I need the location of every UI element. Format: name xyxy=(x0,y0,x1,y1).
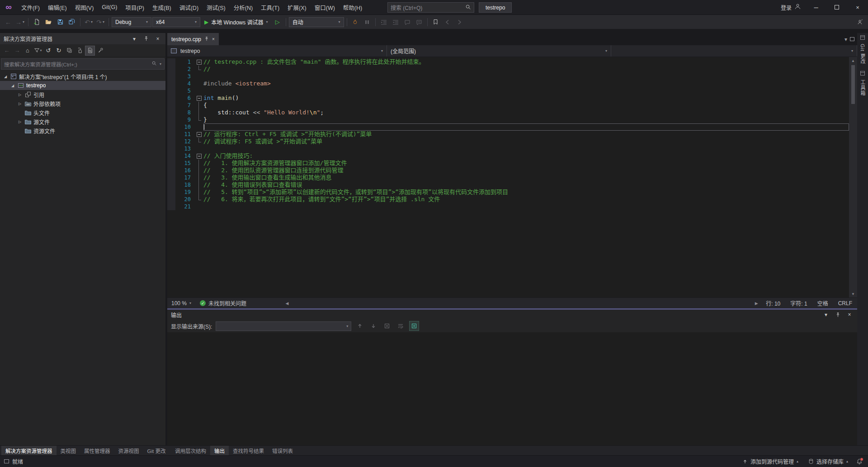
collapsed-arrow-icon[interactable]: ▷ xyxy=(17,120,23,124)
menu-item[interactable]: 编辑(E) xyxy=(44,0,71,14)
se-properties-icon[interactable] xyxy=(95,46,105,56)
word-wrap-icon[interactable] xyxy=(396,321,406,331)
float-window-icon[interactable] xyxy=(850,37,854,41)
document-health-indicator[interactable]: ✓ 未找到相关问题 xyxy=(195,299,251,307)
navigate-forward-button[interactable]: →▾ xyxy=(14,17,25,28)
global-search-box[interactable]: 搜索 (Ctrl+Q) xyxy=(387,2,474,13)
tree-item[interactable]: ▷源文件 xyxy=(0,117,165,126)
menu-item[interactable]: 窗口(W) xyxy=(311,0,339,14)
start-debugging-button[interactable]: ▶ 本地 Windows 调试器 ▾ xyxy=(201,17,271,28)
menu-item[interactable]: 测试(S) xyxy=(203,0,230,14)
outline-collapse-icon[interactable] xyxy=(195,58,203,66)
code-line[interactable]: 5 xyxy=(167,87,849,94)
tree-item[interactable]: ◢testrepo xyxy=(0,81,165,90)
minimize-button[interactable]: ─ xyxy=(806,0,826,14)
se-refresh-icon[interactable]: ↻ xyxy=(54,46,64,56)
se-home-icon[interactable]: ⌂ xyxy=(23,46,33,56)
new-file-button[interactable] xyxy=(31,17,42,28)
code-line[interactable]: 8 std::cout << "Hello World!\n"; xyxy=(167,109,849,116)
goto-next-message-icon[interactable] xyxy=(368,321,378,331)
code-line[interactable]: 13 xyxy=(167,145,849,152)
tool-window-tab[interactable]: 调用层次结构 xyxy=(171,446,210,455)
tool-window-tab[interactable]: 查找符号结果 xyxy=(229,446,268,455)
se-switch-views-icon[interactable]: ▾ xyxy=(33,46,43,56)
menu-item[interactable]: 扩展(X) xyxy=(283,0,311,14)
se-search-caret-icon[interactable]: ▾ xyxy=(160,62,161,66)
code-editor[interactable]: 1// testrepo.cpp : 此文件包含 "main" 函数。程序执行将… xyxy=(167,57,857,297)
code-line[interactable]: 4#include <iostream> xyxy=(167,80,849,87)
hot-reload-button[interactable] xyxy=(350,17,361,28)
previous-bookmark-button[interactable] xyxy=(442,17,453,28)
output-header[interactable]: 输出 ▾ × xyxy=(167,310,857,320)
visual-studio-logo-icon[interactable]: ∞ xyxy=(0,0,17,14)
solution-platform-dropdown[interactable]: x64▾ xyxy=(152,17,200,27)
select-repository-button[interactable]: 选择存储库 ▴ xyxy=(805,456,852,467)
undo-button[interactable]: ↶▾ xyxy=(83,17,94,28)
code-line[interactable]: 12// 调试程序: F5 或调试 >“开始调试”菜单 xyxy=(167,138,849,145)
indicator-margin[interactable] xyxy=(167,87,175,94)
indicator-margin[interactable] xyxy=(167,102,175,109)
code-line[interactable]: 20// 6. 将来，若要再次打开此项目，请转到“文件”>“打开”>“项目”并选… xyxy=(167,196,849,203)
spaces-indicator[interactable]: 空格 xyxy=(812,299,833,307)
code-line[interactable]: 2// xyxy=(167,66,849,73)
output-source-dropdown[interactable]: ▾ xyxy=(216,321,351,331)
navigate-backward-button[interactable]: ← xyxy=(3,17,14,28)
indicator-margin[interactable] xyxy=(167,174,175,181)
type-scope-dropdown[interactable]: (全局范围) ▾ xyxy=(387,45,611,57)
autoscroll-icon[interactable] xyxy=(409,321,419,331)
code-line[interactable]: 9} xyxy=(167,116,849,123)
start-without-debugging-button[interactable]: ▷ xyxy=(272,17,283,28)
tool-window-tab[interactable]: Git 更改 xyxy=(143,446,170,455)
tool-window-tab[interactable]: 解决方案资源管理器 xyxy=(1,446,57,455)
background-tasks-icon[interactable] xyxy=(4,459,9,463)
code-line[interactable]: 6int main() xyxy=(167,94,849,102)
auto-dropdown[interactable]: 自动▾ xyxy=(289,17,344,27)
se-sync-active-document-icon[interactable]: ↺ xyxy=(43,46,53,56)
indicator-margin[interactable] xyxy=(167,160,175,167)
menu-item[interactable]: 文件(F) xyxy=(17,0,44,14)
tool-window-tab[interactable]: 资源视图 xyxy=(114,446,143,455)
indent-button[interactable] xyxy=(378,17,389,28)
scroll-right-icon[interactable]: ▶ xyxy=(752,301,761,306)
open-file-button[interactable] xyxy=(43,17,54,28)
solution-configuration-dropdown[interactable]: Debug▾ xyxy=(112,17,151,27)
indicator-margin[interactable] xyxy=(167,167,175,174)
collapsed-arrow-icon[interactable]: ▷ xyxy=(17,102,23,106)
tool-window-tab[interactable]: 属性管理器 xyxy=(80,446,114,455)
project-scope-dropdown[interactable]: testrepo ▾ xyxy=(167,45,387,57)
active-files-dropdown-icon[interactable]: ▾ xyxy=(844,36,847,42)
se-forward-icon[interactable]: → xyxy=(12,46,22,56)
menu-item[interactable]: Git(G) xyxy=(98,0,121,14)
maximize-button[interactable] xyxy=(826,0,847,14)
code-line[interactable]: 16// 2. 使用团队资源管理器窗口连接到源代码管理 xyxy=(167,167,849,174)
zoom-dropdown[interactable]: 100 % ▾ xyxy=(167,300,195,307)
se-preview-selected-icon[interactable] xyxy=(85,46,95,56)
tree-item[interactable]: ▷引用 xyxy=(0,90,165,99)
collapsed-arrow-icon[interactable]: ▷ xyxy=(17,93,23,97)
send-feedback-button[interactable] xyxy=(854,17,865,28)
code-line[interactable]: 7{ xyxy=(167,102,849,109)
uncomment-button[interactable] xyxy=(414,17,425,28)
se-show-all-files-icon[interactable] xyxy=(75,46,85,56)
toggle-bookmark-button[interactable] xyxy=(430,17,441,28)
horizontal-scrollbar[interactable] xyxy=(292,298,752,308)
menu-item[interactable]: 视图(V) xyxy=(71,0,98,14)
indicator-margin[interactable] xyxy=(167,196,175,203)
code-line[interactable]: 21 xyxy=(167,203,849,210)
window-options-icon[interactable]: ▾ xyxy=(130,35,138,43)
code-line[interactable]: 1// testrepo.cpp : 此文件包含 "main" 函数。程序执行将… xyxy=(167,58,849,66)
outline-collapse-icon[interactable] xyxy=(195,131,203,138)
pin-icon[interactable] xyxy=(142,35,150,43)
indicator-margin[interactable] xyxy=(167,138,175,145)
next-bookmark-button[interactable] xyxy=(454,17,465,28)
auto-hide-tab[interactable]: 工具箱 xyxy=(859,71,866,96)
indicator-margin[interactable] xyxy=(167,80,175,87)
solution-explorer-header[interactable]: 解决方案资源管理器 ▾ × xyxy=(0,33,165,44)
solution-explorer-search[interactable]: 搜索解决方案资源管理器(Ctrl+;) ▾ xyxy=(1,58,165,70)
tool-window-tab[interactable]: 输出 xyxy=(210,446,229,455)
break-all-button[interactable] xyxy=(362,17,373,28)
code-line[interactable]: 10 xyxy=(167,123,849,131)
clear-all-icon[interactable] xyxy=(382,321,392,331)
indicator-margin[interactable] xyxy=(167,66,175,73)
output-pin-icon[interactable] xyxy=(834,311,842,319)
